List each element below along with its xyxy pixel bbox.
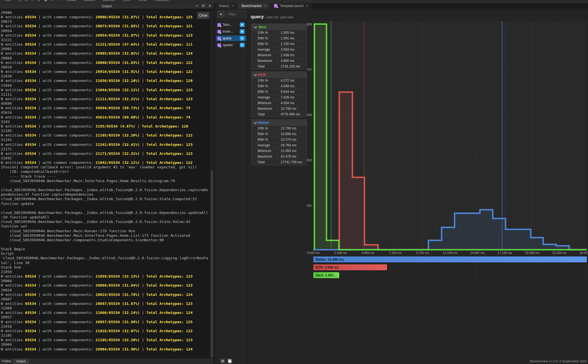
editor-tabbar: Place1 ✕ Benchmarker ✕ Template.bench ✕ (215, 3, 588, 9)
console-line: N entities 65534 | with common component… (1, 33, 210, 38)
console-line: N entities 65534 | with common component… (1, 97, 210, 101)
stats-row: 50th %4.548 ms (252, 83, 307, 89)
stats-row: Average7.426 ms (252, 95, 307, 100)
console-line: cloud_5853950046.Benchmarker.Main.Interf… (1, 233, 210, 238)
console-log[interactable]: 20886N entities 65534 | with common comp… (1, 10, 210, 357)
tab-close-icon[interactable]: ✕ (264, 5, 266, 7)
console-line: cloud_5853950046.Benchmarker.Main.Interf… (1, 179, 210, 183)
benchmark-item-query[interactable]: query (216, 35, 246, 41)
stats-section-ecr: ECR10th %4.272 ms50th %4.548 ms90th %5.6… (251, 72, 307, 117)
play-icon[interactable] (38, 0, 41, 1)
stats-row: Minimum1.436 ms (252, 52, 307, 58)
stats-row: Minimum12.050 ms (252, 148, 307, 154)
console-line: (ID: computedCallbackError) (1, 169, 210, 174)
gear-icon[interactable]: ⚙ (220, 358, 225, 364)
benchmark-item-inser[interactable]: inser… (216, 29, 246, 34)
console-line: N entities 65534 | with common component… (1, 347, 210, 352)
legend-bar-matter: Matter: 16.896 ms (313, 256, 587, 262)
x-tick-label: 14.687 ms (470, 251, 485, 254)
script-icon (217, 30, 221, 34)
tab-label: Template.bench (280, 4, 304, 8)
stat-value: 1.436 ms (278, 53, 307, 58)
console-line: ---- Stack trace ---- (1, 174, 210, 179)
console-line (1, 206, 210, 211)
tab-template-bench[interactable]: Template.bench ✕ (270, 3, 312, 9)
output-footer-tab-2[interactable]: Output (14, 359, 28, 364)
console-line: 20886 (1, 10, 210, 15)
console-line: 21044 (1, 83, 210, 88)
run-benchmark-button[interactable] (240, 23, 245, 27)
console-line (1, 183, 210, 188)
redo-icon[interactable]: ⟳ (31, 0, 34, 2)
output-panel-title: Output (102, 4, 112, 8)
console-line: Stack Begin (1, 247, 210, 251)
y-tick-label: 363 (300, 158, 312, 162)
clear-button[interactable]: Clear (197, 12, 209, 19)
output-footer-tab-1[interactable]: Output (2, 359, 11, 363)
menu-view[interactable]: VIEW (138, 0, 147, 1)
console-line: N entities 65534 | with common component… (1, 15, 210, 19)
console-line: 20957 (1, 315, 210, 320)
script-icon (217, 37, 221, 40)
console-line: 20873 (1, 19, 210, 24)
new-file-icon[interactable] (18, 0, 21, 1)
stat-value: 1.505 ms (278, 30, 307, 35)
dropdown-icon[interactable]: ▾ (58, 0, 59, 2)
console-line: Stack End (1, 265, 210, 270)
last-run-label: Last run: just now (266, 15, 293, 19)
tab-close-icon[interactable]: ✕ (306, 5, 308, 7)
stats-row: 90th %5.644 ms (252, 89, 307, 95)
stats-section-header[interactable]: Jecs (252, 24, 307, 30)
stats-section-header[interactable]: Matter (252, 120, 307, 126)
console-line: N entities 65534 | with common component… (1, 142, 210, 147)
run-benchmark-button[interactable] (240, 43, 245, 47)
stat-value: 22.070 ms (278, 137, 307, 142)
benchmark-item-tem[interactable]: Tem… (216, 22, 246, 28)
menu-home[interactable]: HOME (67, 0, 77, 1)
stop-icon[interactable] (44, 0, 47, 1)
tab-benchmarker[interactable]: Benchmarker ✕ (238, 3, 270, 9)
console-line: 21111 (1, 92, 210, 97)
x-tick-label: 4.896 ms (362, 251, 374, 254)
console-line: N entities 65534 | with common component… (1, 115, 210, 120)
console-line: N entities 65534 | with common component… (1, 320, 210, 324)
menu-model[interactable]: MODEL (84, 0, 96, 1)
benchmark-sidebar: + Tem…inser…queryspawn (215, 9, 248, 364)
output-panel-header[interactable]: Output (0, 3, 213, 9)
filter-input[interactable] (226, 11, 247, 18)
menu-file[interactable]: FILE (4, 0, 11, 1)
y-tick-label: 181 (300, 204, 312, 207)
menu-test[interactable]: TEST (122, 0, 131, 1)
stat-value: 4.054 ms (278, 101, 307, 106)
book-icon[interactable] (227, 358, 232, 364)
tab-place1[interactable]: Place1 ✕ (215, 3, 237, 9)
open-icon[interactable] (25, 0, 27, 1)
menu-avatar[interactable]: AVATAR (103, 0, 115, 1)
close-icon[interactable] (208, 4, 211, 7)
console-scrollbar[interactable] (210, 10, 213, 358)
script-icon (217, 23, 221, 27)
benchmark-item-spawn[interactable]: spawn (216, 42, 246, 48)
add-benchmark-button[interactable]: + (217, 11, 225, 18)
stat-label: 90th % (252, 89, 278, 95)
console-line: 21016 (1, 324, 210, 329)
stat-label: Minimum (252, 53, 278, 58)
stats-section-header[interactable]: ECR (252, 72, 307, 78)
chevron-down-icon[interactable] (195, 4, 198, 7)
legend-bars: Matter: 16.896 msECR: 4.548 msJecs: 1.59… (313, 256, 587, 280)
stats-row: Total4778.496 ms (252, 111, 307, 117)
run-benchmark-button[interactable] (240, 36, 245, 41)
stat-value: 4.690 ms (278, 58, 307, 64)
stat-label: Maximum (252, 58, 278, 64)
dock-icon[interactable] (202, 4, 205, 7)
menu-plugins[interactable]: PLUGINS (154, 0, 169, 1)
run-benchmark-button[interactable] (240, 29, 245, 34)
console-line: cloud_5853950046.Benchmarker.Components.… (1, 238, 210, 242)
scrollbar-thumb[interactable] (211, 170, 213, 358)
tab-close-icon[interactable]: ✕ (232, 5, 234, 7)
chevron-down-icon (254, 73, 257, 76)
stat-label: Minimum (252, 148, 278, 154)
undo-icon[interactable]: ↺ (51, 0, 54, 2)
stat-label: Maximum (252, 106, 278, 111)
console-line: tal', Line 30 (1, 261, 210, 265)
